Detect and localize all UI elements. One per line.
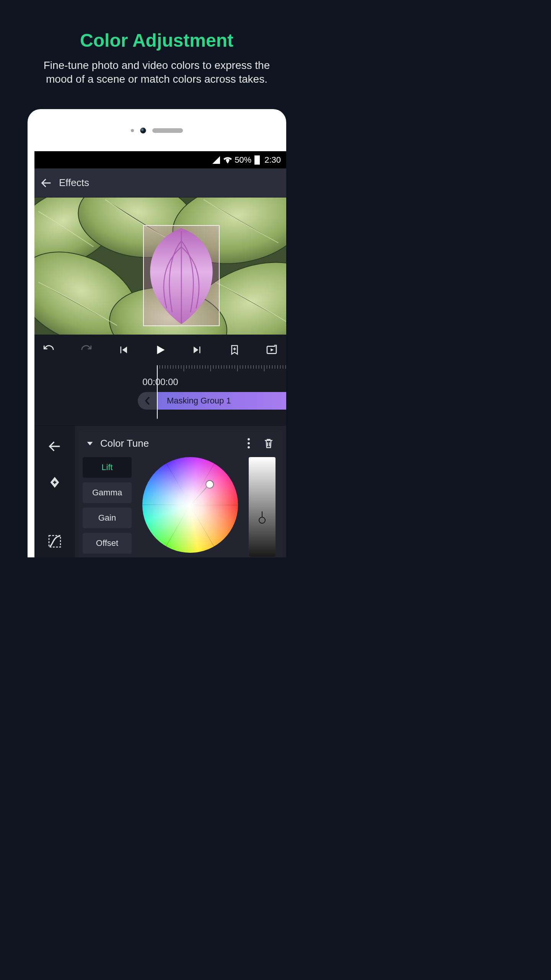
color-wheel-handle[interactable] — [190, 483, 210, 505]
effects-sidebar — [34, 426, 75, 557]
more-button[interactable] — [242, 436, 256, 450]
level-slider[interactable] — [249, 457, 276, 557]
svg-point-9 — [248, 438, 250, 441]
back-arrow-icon[interactable] — [40, 176, 53, 189]
sensor-dot — [131, 129, 134, 132]
tune-tabs: Lift Gamma Gain Offset — [83, 457, 132, 557]
panel-back-button[interactable] — [46, 438, 63, 455]
effects-title: Color Tune — [100, 438, 149, 449]
timeline-ruler: /* lines generated via JS below */ — [34, 365, 286, 373]
level-slider-thumb[interactable] — [259, 511, 266, 524]
device-screen: 50% 2:30 Effects — [34, 151, 286, 557]
play-button[interactable] — [153, 342, 168, 358]
curve-button[interactable] — [46, 533, 63, 550]
timecode: 00:00:00 — [34, 377, 286, 387]
battery-icon — [254, 155, 260, 165]
svg-point-10 — [248, 442, 250, 444]
effects-panel: Color Tune Lift Gamma Gain Offset — [34, 425, 286, 557]
masked-leaf — [143, 225, 220, 326]
playback-toolbar — [34, 335, 286, 365]
preview-viewport[interactable] — [34, 198, 286, 335]
timeline[interactable]: /* lines generated via JS below */ 00:00… — [34, 365, 286, 419]
tab-gain[interactable]: Gain — [83, 508, 132, 528]
add-marker-button[interactable] — [227, 342, 242, 358]
delete-button[interactable] — [262, 436, 276, 450]
app-bar: Effects — [34, 168, 286, 198]
undo-button[interactable] — [41, 342, 57, 358]
clip-label: Masking Group 1 — [167, 396, 231, 406]
cellular-icon — [212, 155, 221, 165]
device-frame: 50% 2:30 Effects — [28, 109, 286, 557]
status-bar: 50% 2:30 — [34, 151, 286, 168]
tab-lift[interactable]: Lift — [83, 457, 132, 478]
svg-point-11 — [248, 446, 250, 449]
tab-offset[interactable]: Offset — [83, 533, 132, 554]
speaker — [152, 128, 183, 133]
app-bar-title: Effects — [59, 177, 89, 189]
fullscreen-button[interactable] — [264, 342, 279, 358]
clock: 2:30 — [264, 155, 281, 165]
effects-header: Color Tune — [79, 430, 282, 457]
promo-title: Color Adjustment — [0, 30, 313, 51]
wifi-icon — [223, 155, 232, 165]
clip-prev-button[interactable] — [138, 392, 158, 410]
collapse-icon[interactable] — [86, 439, 94, 448]
device-sensors — [28, 127, 286, 134]
redo-button — [78, 342, 94, 358]
prev-clip-button[interactable] — [116, 342, 131, 358]
next-clip-button[interactable] — [190, 342, 205, 358]
playhead[interactable] — [157, 365, 158, 419]
add-keyframe-button[interactable] — [46, 474, 63, 491]
front-camera — [140, 127, 146, 134]
color-wheel[interactable] — [137, 457, 243, 557]
timeline-clip[interactable]: Masking Group 1 — [158, 392, 286, 410]
promo-subtitle: Fine-tune photo and video colors to expr… — [31, 59, 283, 87]
battery-percent: 50% — [235, 155, 251, 165]
tab-gamma[interactable]: Gamma — [83, 482, 132, 503]
